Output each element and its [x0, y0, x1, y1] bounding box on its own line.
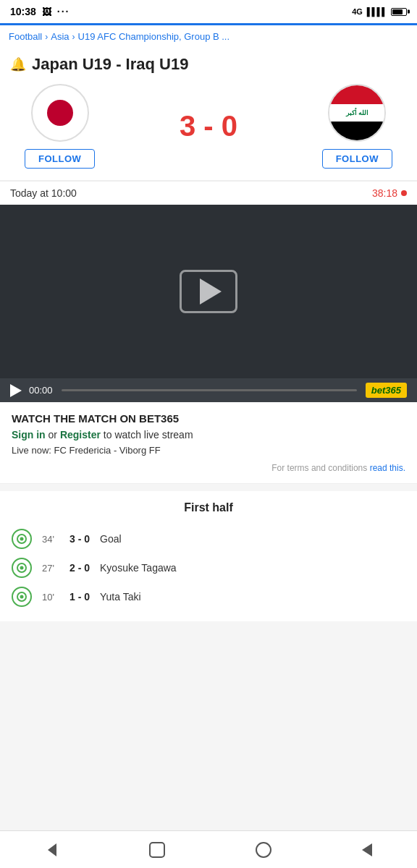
event-desc-2: Kyosuke Tagawa [100, 562, 177, 574]
match-title-row: 🔔 Japan U19 - Iraq U19 [10, 55, 407, 74]
breadcrumb: Football › Asia › U19 AFC Championship, … [0, 25, 417, 48]
bell-icon[interactable]: 🔔 [10, 56, 26, 72]
live-time-text: 38:18 [372, 187, 397, 199]
to-watch-text: to watch live stream [101, 429, 193, 441]
event-time-1: 34' [42, 534, 59, 545]
away-follow-button[interactable]: FOLLOW [322, 149, 392, 169]
iraq-black-stripe [329, 122, 384, 140]
back-triangle-icon [362, 843, 372, 856]
signal-bars-icon: ▌▌▌▌ [367, 7, 387, 16]
goal-icon-inner-3 [17, 592, 27, 602]
event-row-3: 10' 1 - 0 Yuta Taki [12, 582, 405, 611]
time-display: 00:00 [29, 385, 53, 396]
nav-forward-button[interactable] [345, 839, 389, 861]
terms-text: For terms and conditions [271, 463, 369, 473]
event-row: 34' 3 - 0 Goal [12, 524, 405, 553]
iraq-eagle-icon: الله أكبر [346, 109, 369, 116]
live-time-display: 38:18 [372, 187, 407, 199]
iraq-white-stripe: الله أكبر [329, 104, 384, 122]
nav-home-button[interactable] [238, 838, 289, 862]
clock: 10:38 [10, 6, 36, 17]
score-display: 3 - 0 [180, 110, 237, 142]
breadcrumb-sep-2: › [72, 32, 75, 42]
breadcrumb-competition[interactable]: U19 AFC Championship, Group B ... [78, 31, 230, 42]
live-indicator-dot [401, 190, 407, 196]
status-bar: 10:38 🖼 ··· 4G ▌▌▌▌ [0, 0, 417, 23]
event-time-3: 10' [42, 592, 59, 603]
progress-bar[interactable] [62, 389, 357, 391]
match-title: Japan U19 - Iraq U19 [32, 55, 188, 74]
breadcrumb-football[interactable]: Football [9, 31, 42, 42]
home-follow-button[interactable]: FOLLOW [25, 149, 95, 169]
more-icon: ··· [57, 6, 70, 17]
breadcrumb-sep-1: › [45, 32, 48, 42]
goal-icon-inner-1 [17, 534, 27, 544]
sign-in-link[interactable]: Sign in [12, 429, 46, 441]
play-triangle-icon [200, 278, 222, 305]
japan-circle [47, 100, 73, 126]
promo-terms: For terms and conditions read this. [12, 463, 405, 473]
register-link[interactable]: Register [60, 429, 101, 441]
battery-fill [392, 9, 403, 14]
photo-icon: 🖼 [42, 7, 51, 17]
match-scheduled-time: Today at 10:00 [10, 187, 77, 199]
goal-icon-1 [12, 529, 32, 549]
promo-box: WATCH THE MATCH ON BET365 Sign in or Reg… [0, 402, 417, 484]
promo-live-now: Live now: FC Fredericia - Viborg FF [12, 445, 405, 456]
controls-left: 00:00 [10, 384, 53, 397]
goal-icon-2 [12, 558, 32, 578]
video-player[interactable] [0, 205, 417, 378]
event-score-2: 2 - 0 [70, 562, 90, 574]
promo-title: WATCH THE MATCH ON BET365 [12, 412, 405, 425]
teams-row: FOLLOW 3 - 0 الله أكبر FOLLOW [10, 84, 407, 169]
iraq-red-stripe [329, 85, 384, 104]
terms-link[interactable]: read this. [370, 463, 405, 473]
battery-icon [391, 8, 407, 16]
event-desc-3: Yuta Taki [100, 591, 141, 603]
nav-back-button[interactable] [28, 841, 76, 859]
play-button[interactable] [180, 270, 237, 313]
event-score-3: 1 - 0 [70, 591, 90, 603]
or-text: or [46, 429, 60, 441]
home-team-section: FOLLOW [25, 84, 95, 169]
event-time-2: 27' [42, 563, 59, 574]
event-row-2: 27' 2 - 0 Kyosuke Tagawa [12, 553, 405, 582]
events-section-title: First half [12, 501, 405, 514]
away-team-section: الله أكبر FOLLOW [322, 84, 392, 169]
status-right: 4G ▌▌▌▌ [352, 7, 407, 16]
event-desc-1: Goal [100, 533, 122, 545]
video-controls: 00:00 bet365 [0, 378, 417, 402]
nav-recent-button[interactable] [132, 838, 182, 862]
home-team-flag [31, 84, 89, 142]
goal-icon-inner-2 [17, 563, 27, 573]
match-score: 3 - 0 [180, 110, 237, 142]
circle-icon [256, 842, 271, 858]
breadcrumb-asia[interactable]: Asia [51, 31, 69, 42]
match-time-row: Today at 10:00 38:18 [0, 181, 417, 205]
status-left: 10:38 🖼 ··· [10, 6, 70, 17]
away-team-flag: الله أكبر [328, 84, 386, 142]
goal-icon-3 [12, 587, 32, 607]
events-section: First half 34' 3 - 0 Goal 27' 2 - 0 Kyos… [0, 491, 417, 621]
chevron-down-icon [48, 843, 56, 856]
event-score-1: 3 - 0 [70, 533, 90, 545]
bottom-nav [0, 830, 417, 868]
promo-links: Sign in or Register to watch live stream [12, 429, 405, 441]
square-icon [149, 842, 165, 858]
match-header: 🔔 Japan U19 - Iraq U19 FOLLOW 3 - 0 الله… [0, 48, 417, 181]
bet365-badge[interactable]: bet365 [366, 383, 407, 398]
network-type: 4G [352, 7, 363, 16]
play-small-icon[interactable] [10, 384, 22, 397]
